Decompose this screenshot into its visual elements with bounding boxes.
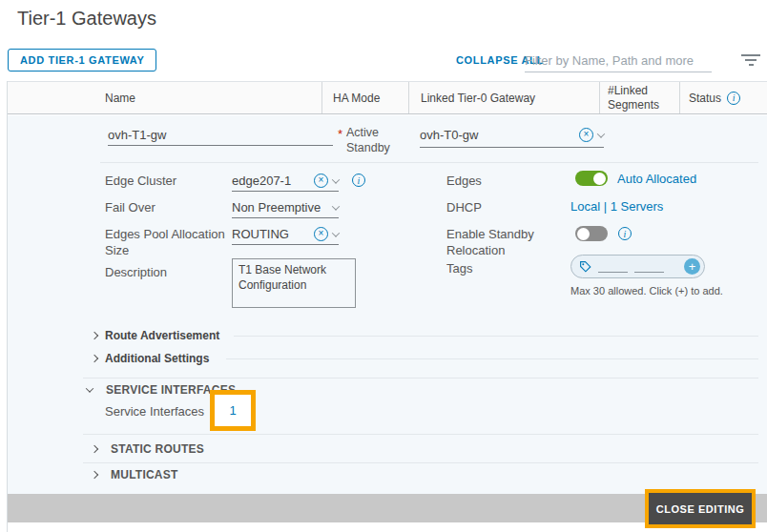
row-divider [100,162,758,163]
edges-label: Edges [446,174,482,190]
filter-icon[interactable] [740,54,761,69]
service-interfaces-label: Service Interfaces [105,404,204,419]
annotation-box-close-editing: CLOSE EDITING [645,489,756,528]
page-title: Tier-1 Gateways [17,8,156,30]
column-header-linked-segments: #Linked Segments [599,82,679,113]
chevron-right-icon [91,471,98,479]
fail-over-select[interactable]: Non Preemptive [232,197,339,218]
table-left-border [7,81,8,532]
tier1-gateways-page: Tier-1 Gateways ADD TIER-1 GATEWAY COLLA… [0,0,767,532]
chevron-down-icon[interactable] [597,130,605,137]
column-header-ha-mode: HA Mode [321,82,408,113]
static-routes-section[interactable]: STATIC ROUTES [92,442,204,456]
edges-toggle[interactable] [575,171,608,186]
static-routes-header: STATIC ROUTES [111,442,204,456]
edge-cluster-info-icon[interactable] [352,174,365,187]
dhcp-servers-link[interactable]: Local | 1 Servers [570,199,663,214]
section-divider [83,434,758,435]
add-tag-button[interactable] [684,258,700,275]
tags-input[interactable] [570,255,705,278]
edge-cluster-label: Edge Cluster [105,174,176,190]
section-divider [83,462,758,463]
tag-icon [579,260,591,273]
edges-pool-select[interactable]: ROUTING [232,224,339,245]
gateway-name-input[interactable] [108,125,333,146]
chevron-down-icon[interactable] [332,229,340,236]
chevron-down-icon[interactable] [332,202,340,210]
chevron-right-icon [91,445,98,453]
column-header-name: Name [7,82,321,113]
fail-over-value: Non Preemptive [232,200,328,215]
toggle-knob [577,228,590,240]
annotation-box-service-interfaces-count: 1 [210,390,256,431]
route-advertisement-section[interactable]: Route Advertisement [92,329,219,342]
additional-settings-section[interactable]: Additional Settings [92,352,209,365]
section-divider [226,358,758,359]
edges-pool-label: Edges Pool Allocation Size [105,227,225,259]
route-advertisement-label: Route Advertisement [105,329,219,342]
section-divider [83,378,758,379]
dhcp-label: DHCP [446,200,482,216]
tag-value-field[interactable] [634,260,664,273]
column-header-linked-tier0: Linked Tier-0 Gateway [408,82,599,113]
linked-tier0-select[interactable]: ovh-T0-gw [420,123,604,148]
tags-help-text: Max 30 allowed. Click (+) to add. [570,284,723,298]
additional-settings-label: Additional Settings [105,352,209,365]
edge-cluster-value: edge207-1 [232,174,309,188]
linked-tier0-value: ovh-T0-gw [420,128,574,142]
standby-relocation-info-icon[interactable] [618,227,632,240]
add-tier1-gateway-button[interactable]: ADD TIER-1 GATEWAY [8,49,156,72]
clear-icon[interactable] [314,227,328,241]
tags-label: Tags [446,261,472,277]
section-divider [234,336,758,337]
close-editing-button[interactable]: CLOSE EDITING [649,493,752,524]
standby-relocation-label: Enable Standby Relocation [446,227,553,259]
fail-over-label: Fail Over [105,200,155,216]
status-info-icon[interactable] [727,92,740,105]
column-header-status: Status [679,82,767,113]
gateway-edit-panel: * Active Standby ovh-T0-gw Edge Cluster … [7,115,767,494]
required-asterisk: * [338,127,342,141]
chevron-right-icon [91,332,98,339]
clear-icon[interactable] [579,128,593,142]
auto-allocated-link[interactable]: Auto Allocated [617,172,696,186]
standby-relocation-toggle[interactable] [575,226,608,241]
edge-cluster-select[interactable]: edge207-1 [232,171,339,192]
multicast-section[interactable]: MULTICAST [92,468,178,481]
clear-icon[interactable] [314,174,328,188]
description-label: Description [105,265,167,281]
chevron-right-icon [91,355,98,362]
chevron-down-icon [86,384,93,392]
edges-pool-value: ROUTING [232,227,309,241]
table-header: Name HA Mode Linked Tier-0 Gateway #Link… [7,81,767,114]
filter-input[interactable] [525,50,712,72]
description-textarea[interactable]: T1 Base Network Configuration [232,258,356,308]
toggle-knob [593,173,606,185]
tag-scope-field[interactable] [598,260,628,273]
ha-mode-value: Active Standby [346,125,409,156]
chevron-down-icon[interactable] [332,175,340,183]
multicast-header: MULTICAST [111,468,178,481]
service-interfaces-count-link[interactable]: 1 [229,403,236,418]
